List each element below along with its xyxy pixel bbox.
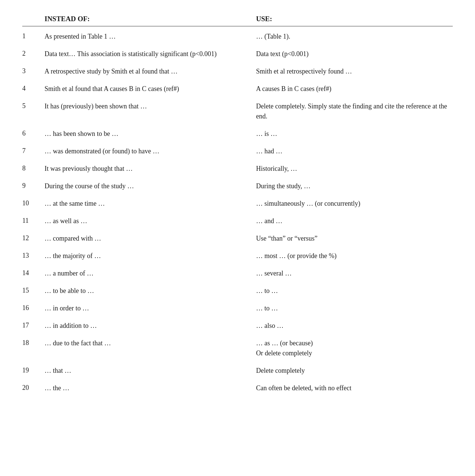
header-use: USE:: [256, 15, 453, 23]
row-number: 19: [22, 366, 45, 374]
main-table: INSTEAD OF: USE: 1As presented in Table …: [22, 15, 453, 397]
instead-cell: … as well as …: [45, 216, 256, 226]
table-row: 7… was demonstrated (or found) to have ……: [22, 143, 453, 160]
use-cell: … to …: [256, 286, 453, 296]
instead-cell: As presented in Table 1 …: [45, 32, 256, 42]
table-row: 3A retrospective study by Smith et al fo…: [22, 63, 453, 80]
instead-cell: … in order to …: [45, 303, 256, 313]
use-cell: Historically, …: [256, 164, 453, 174]
header-instead: INSTEAD OF:: [45, 15, 256, 23]
row-number: 11: [22, 216, 45, 225]
table-row: 19… that …Delete completely: [22, 362, 453, 379]
row-number: 13: [22, 251, 45, 260]
use-cell: … simultaneously … (or concurrently): [256, 199, 453, 209]
row-number: 5: [22, 101, 45, 110]
header-num: [22, 15, 45, 23]
table-row: 8It was previously thought that …Histori…: [22, 160, 453, 177]
use-cell: … to …: [256, 303, 453, 313]
use-cell: … as … (or because)Or delete completely: [256, 338, 453, 358]
row-number: 20: [22, 383, 45, 392]
instead-cell: … was demonstrated (or found) to have …: [45, 146, 256, 156]
row-number: 12: [22, 234, 45, 242]
table-row: 16… in order to …… to …: [22, 300, 453, 317]
use-cell: During the study, …: [256, 181, 453, 191]
use-cell: Delete completely: [256, 366, 453, 376]
table-row: 15… to be able to …… to …: [22, 282, 453, 300]
row-number: 1: [22, 32, 45, 40]
row-number: 9: [22, 181, 45, 190]
row-number: 10: [22, 199, 45, 207]
row-number: 15: [22, 286, 45, 294]
use-cell: … most … (or provide the %): [256, 251, 453, 261]
table-row: 11… as well as …… and …: [22, 212, 453, 230]
use-cell: … also …: [256, 321, 453, 331]
row-number: 6: [22, 129, 45, 137]
use-cell: … had …: [256, 146, 453, 156]
row-number: 18: [22, 338, 45, 347]
instead-cell: It has (previously) been shown that …: [45, 101, 256, 111]
instead-cell: During the course of the study …: [45, 181, 256, 191]
use-cell: … and …: [256, 216, 453, 226]
use-cell: Can often be deleted, with no effect: [256, 383, 453, 393]
row-number: 4: [22, 84, 45, 92]
row-number: 16: [22, 303, 45, 312]
instead-cell: It was previously thought that …: [45, 164, 256, 174]
table-row: 4Smith et al found that A causes B in C …: [22, 80, 453, 98]
use-cell: … is …: [256, 129, 453, 139]
table-row: 18… due to the fact that …… as … (or bec…: [22, 335, 453, 362]
instead-cell: … that …: [45, 366, 256, 376]
row-number: 3: [22, 66, 45, 75]
instead-cell: … the …: [45, 383, 256, 393]
table-row: 6… has been shown to be …… is …: [22, 125, 453, 143]
table-row: 14… a number of …… several …: [22, 265, 453, 282]
use-cell: … (Table 1).: [256, 32, 453, 42]
use-cell: Delete completely. Simply state the find…: [256, 101, 453, 121]
table-row: 17… in addition to …… also …: [22, 317, 453, 335]
use-cell: Use “than” or “versus”: [256, 234, 453, 244]
table-row: 5It has (previously) been shown that …De…: [22, 98, 453, 125]
row-number: 17: [22, 321, 45, 329]
table-row: 1As presented in Table 1 …… (Table 1).: [22, 28, 453, 45]
table-row: 13… the majority of …… most … (or provid…: [22, 247, 453, 265]
instead-cell: … due to the fact that …: [45, 338, 256, 348]
instead-cell: … to be able to …: [45, 286, 256, 296]
use-cell: Smith et al retrospectively found …: [256, 66, 453, 76]
instead-cell: Data text… This association is statistic…: [45, 49, 256, 59]
table-row: 2Data text… This association is statisti…: [22, 45, 453, 63]
instead-cell: A retrospective study by Smith et al fou…: [45, 66, 256, 76]
row-number: 2: [22, 49, 45, 58]
instead-cell: … compared with …: [45, 234, 256, 244]
table-row: 10… at the same time …… simultaneously ……: [22, 195, 453, 212]
table-row: 12… compared with …Use “than” or “versus…: [22, 230, 453, 247]
row-number: 14: [22, 268, 45, 277]
instead-cell: Smith et al found that A causes B in C c…: [45, 84, 256, 94]
instead-cell: … the majority of …: [45, 251, 256, 261]
use-cell: A causes B in C cases (ref#): [256, 84, 453, 94]
table-body: 1As presented in Table 1 …… (Table 1).2D…: [22, 28, 453, 397]
table-header: INSTEAD OF: USE:: [22, 15, 453, 26]
use-cell: Data text (p<0.001): [256, 49, 453, 59]
table-row: 20… the …Can often be deleted, with no e…: [22, 379, 453, 397]
instead-cell: … has been shown to be …: [45, 129, 256, 139]
instead-cell: … in addition to …: [45, 321, 256, 331]
row-number: 8: [22, 164, 45, 172]
instead-cell: … a number of …: [45, 268, 256, 278]
row-number: 7: [22, 146, 45, 155]
use-cell: … several …: [256, 268, 453, 278]
table-row: 9During the course of the study …During …: [22, 177, 453, 195]
instead-cell: … at the same time …: [45, 199, 256, 209]
